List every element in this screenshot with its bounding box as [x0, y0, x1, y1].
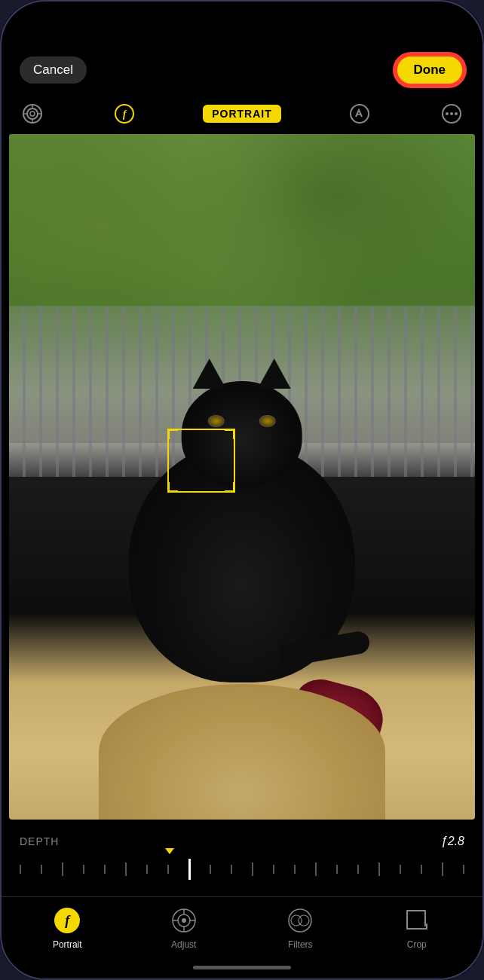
portrait-icon-letter: f	[65, 913, 69, 929]
svg-point-12	[446, 112, 449, 115]
depth-value: ƒ2.8	[441, 835, 464, 848]
tick	[315, 862, 317, 876]
svg-point-1	[27, 108, 38, 119]
tick	[294, 865, 296, 874]
toolbar-item-adjust[interactable]: Adjust	[158, 906, 210, 950]
crop-tab-label: Crop	[407, 939, 427, 950]
focus-corner-tr	[225, 429, 235, 439]
tick	[83, 865, 84, 874]
pet-bed	[99, 684, 385, 820]
photo-scene	[9, 134, 475, 820]
toolbar-item-filters[interactable]: Filters	[274, 906, 326, 950]
tick	[104, 865, 106, 874]
filters-tab-label: Filters	[288, 939, 313, 950]
photo-background	[9, 134, 475, 820]
focus-corner-bl	[167, 482, 178, 493]
slider-track	[20, 854, 464, 884]
filters-icon-wrap	[286, 906, 314, 935]
portrait-tab-label: Portrait	[53, 939, 82, 950]
adjust-icon	[171, 908, 197, 933]
tool-bar: f PORTRAIT	[2, 95, 482, 134]
crop-icon	[404, 908, 430, 933]
tick	[167, 865, 169, 874]
cat-eye-right	[259, 415, 276, 427]
slider-ticks	[20, 859, 464, 880]
crop-icon-wrap	[403, 906, 431, 935]
cat-main-body	[129, 441, 355, 682]
cat-ear-right	[258, 359, 291, 389]
bottom-toolbar: f Portrait	[2, 896, 482, 956]
tick	[41, 865, 42, 874]
cat-ear-left	[193, 359, 226, 389]
markup-icon	[348, 102, 371, 125]
adjust-tab-label: Adjust	[171, 939, 196, 950]
cancel-button[interactable]: Cancel	[20, 56, 87, 84]
more-options-icon	[440, 102, 463, 125]
bottom-panel: DEPTH ƒ2.8	[2, 820, 482, 978]
tick	[336, 865, 338, 874]
depth-slider-container[interactable]	[2, 854, 482, 896]
portrait-icon: f	[54, 908, 80, 933]
svg-point-2	[30, 111, 35, 116]
f-aperture-icon: f	[113, 102, 136, 125]
depth-section: DEPTH ƒ2.8	[2, 820, 482, 854]
tick	[378, 862, 380, 876]
done-button[interactable]: Done	[395, 54, 465, 86]
aperture-icon-button[interactable]: f	[112, 101, 137, 127]
tick	[357, 865, 359, 874]
tick	[400, 865, 401, 874]
svg-point-9	[351, 105, 369, 123]
cat-tail	[278, 630, 371, 667]
markup-icon-button[interactable]	[347, 101, 372, 127]
home-bar	[193, 966, 291, 969]
tick	[62, 862, 63, 876]
svg-text:f: f	[122, 108, 127, 120]
tick	[20, 865, 21, 874]
screen: Cancel Done f	[2, 2, 482, 978]
tick	[252, 862, 253, 876]
tick	[463, 865, 464, 874]
focus-corner-tl	[167, 429, 178, 439]
toolbar-item-crop[interactable]: Crop	[391, 906, 443, 950]
svg-point-22	[289, 909, 311, 932]
tick	[421, 865, 422, 874]
lens-icon-button[interactable]	[20, 101, 45, 127]
tick	[273, 865, 274, 874]
focus-corner-br	[225, 482, 235, 493]
tick	[231, 865, 232, 874]
home-indicator-area	[2, 956, 482, 978]
cat-body	[79, 306, 406, 683]
more-options-button[interactable]	[439, 101, 464, 127]
tick	[210, 865, 211, 874]
svg-point-13	[450, 112, 453, 115]
phone-frame: Cancel Done f	[0, 0, 484, 980]
portrait-icon-wrap: f	[53, 906, 81, 935]
photo-area	[9, 134, 475, 820]
svg-point-14	[455, 112, 458, 115]
filters-icon	[287, 908, 313, 933]
tick	[146, 865, 148, 874]
lens-icon	[21, 102, 44, 125]
adjust-icon-wrap	[170, 906, 198, 935]
focus-box	[167, 429, 235, 493]
toolbar-item-portrait[interactable]: f Portrait	[41, 906, 93, 950]
svg-point-24	[299, 915, 309, 926]
depth-label: DEPTH	[20, 835, 59, 847]
tick	[442, 862, 443, 876]
tick-center	[188, 859, 191, 880]
svg-point-17	[182, 918, 186, 923]
slider-indicator	[165, 848, 174, 854]
portrait-badge[interactable]: PORTRAIT	[203, 105, 281, 123]
tick	[125, 862, 127, 876]
dynamic-island	[197, 12, 287, 38]
